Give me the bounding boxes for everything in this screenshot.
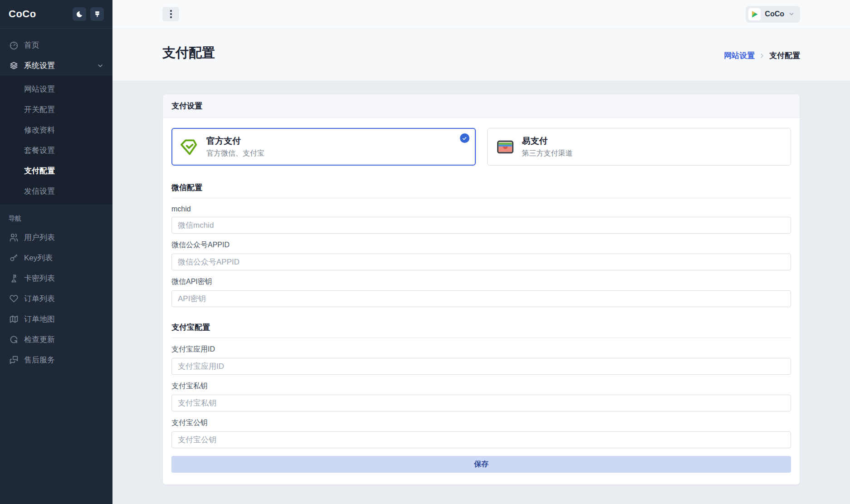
sidebar-item-label: 系统设置 xyxy=(24,60,91,71)
sidebar-nav: 首页 系统设置 网站设置 开关配置 修改资料 套餐设置 支付配置 发信设置 导航… xyxy=(0,29,112,504)
sidebar-subitem-edit-profile[interactable]: 修改资料 xyxy=(0,120,112,140)
sidebar-item-label: 订单地图 xyxy=(24,314,55,324)
input-alipay-appid[interactable] xyxy=(171,358,791,375)
messages-icon xyxy=(9,355,19,365)
user-name: CoCo xyxy=(765,10,784,18)
sidebar-item-order-map[interactable]: 订单地图 xyxy=(0,309,112,329)
input-alipay-public-key[interactable] xyxy=(171,431,791,448)
payment-config-form: 微信配置 mchid 微信公众号APPID 微信API密钥 支付宝配置 支付宝应… xyxy=(171,182,791,473)
page-header: 支付配置 网站设置 支付配置 xyxy=(112,29,850,81)
chevron-right-icon xyxy=(758,52,766,59)
field-label-mchid: mchid xyxy=(171,205,791,213)
sidebar-item-card-key-list[interactable]: 卡密列表 xyxy=(0,268,112,289)
layers-icon xyxy=(9,61,19,70)
payment-option-official[interactable]: 官方支付 官方微信、支付宝 xyxy=(171,128,476,166)
heart-icon xyxy=(9,294,19,303)
sidebar-item-label: 售后服务 xyxy=(24,355,55,365)
brand-logo: CoCo xyxy=(9,8,36,20)
sidebar-item-after-sales[interactable]: 售后服务 xyxy=(0,350,112,370)
chevron-down-icon xyxy=(97,62,104,69)
field-label-alipay-private-key: 支付宝私钥 xyxy=(171,382,791,391)
easy-pay-icon xyxy=(495,137,515,157)
paintbrush-icon xyxy=(93,10,101,18)
sidebar-item-order-list[interactable]: 订单列表 xyxy=(0,289,112,309)
payment-option-easypay[interactable]: 易支付 第三方支付渠道 xyxy=(487,128,791,166)
card-body: 官方支付 官方微信、支付宝 xyxy=(163,118,800,484)
top-navbar: CoCo xyxy=(112,0,850,29)
section-title-wechat: 微信配置 xyxy=(171,182,791,198)
payment-method-options: 官方支付 官方微信、支付宝 xyxy=(171,128,791,166)
selected-check-icon xyxy=(460,133,469,143)
map-icon xyxy=(9,314,19,324)
input-wechat-api-key[interactable] xyxy=(171,290,791,307)
breadcrumb-current: 支付配置 xyxy=(769,50,800,61)
official-pay-icon xyxy=(180,137,200,157)
sidebar-item-check-update[interactable]: 检查更新 xyxy=(0,329,112,350)
sidebar-item-label: 卡密列表 xyxy=(24,273,55,284)
sidebar-subitem-plan-settings[interactable]: 套餐设置 xyxy=(0,140,112,161)
chevron-down-icon xyxy=(788,11,795,17)
card-header: 支付设置 xyxy=(163,94,800,118)
user-menu-button[interactable]: CoCo xyxy=(746,6,800,23)
sidebar-subitem-site-settings[interactable]: 网站设置 xyxy=(0,79,112,99)
kebab-menu-button[interactable] xyxy=(162,7,179,21)
breadcrumb-parent-link[interactable]: 网站设置 xyxy=(724,50,755,61)
dashboard-icon xyxy=(9,40,19,50)
input-alipay-private-key[interactable] xyxy=(171,395,791,411)
sidebar-item-system-settings[interactable]: 系统设置 xyxy=(0,55,112,76)
system-settings-submenu: 网站设置 开关配置 修改资料 套餐设置 支付配置 发信设置 xyxy=(0,76,112,205)
key-icon xyxy=(9,253,19,263)
payment-settings-card: 支付设置 官方支付 官方微信、支付宝 xyxy=(162,94,800,485)
sidebar-item-key-list[interactable]: Key列表 xyxy=(0,248,112,268)
moon-icon xyxy=(76,10,83,18)
sidebar-item-label: Key列表 xyxy=(24,253,53,263)
card-key-icon xyxy=(9,274,19,283)
users-icon xyxy=(9,233,19,242)
payment-option-subtitle: 官方微信、支付宝 xyxy=(206,149,264,158)
page-content: 支付设置 官方支付 官方微信、支付宝 xyxy=(112,81,850,504)
section-title-alipay: 支付宝配置 xyxy=(171,322,791,338)
breadcrumb: 网站设置 支付配置 xyxy=(724,50,800,62)
page-title: 支付配置 xyxy=(162,44,215,62)
sidebar-item-label: 用户列表 xyxy=(24,232,55,243)
field-label-wechat-api-key: 微信API密钥 xyxy=(171,277,791,287)
field-label-alipay-public-key: 支付宝公钥 xyxy=(171,418,791,428)
payment-option-title: 易支付 xyxy=(522,135,573,147)
sidebar-item-label: 首页 xyxy=(24,40,39,50)
theme-button[interactable] xyxy=(90,7,104,21)
sidebar-item-label: 订单列表 xyxy=(24,294,55,304)
sidebar-item-home[interactable]: 首页 xyxy=(0,35,112,55)
input-mchid[interactable] xyxy=(171,217,791,234)
sidebar-section-label: 导航 xyxy=(0,205,112,227)
field-label-alipay-appid: 支付宝应用ID xyxy=(171,345,791,354)
payment-option-subtitle: 第三方支付渠道 xyxy=(522,149,573,158)
sidebar-item-user-list[interactable]: 用户列表 xyxy=(0,227,112,248)
refresh-icon xyxy=(9,335,19,344)
field-label-wechat-appid: 微信公众号APPID xyxy=(171,240,791,250)
sidebar-item-label: 检查更新 xyxy=(24,334,55,345)
dark-mode-button[interactable] xyxy=(73,7,86,21)
sidebar-subitem-switch-config[interactable]: 开关配置 xyxy=(0,99,112,120)
save-button[interactable]: 保存 xyxy=(171,456,791,473)
sidebar-subitem-payment-config[interactable]: 支付配置 xyxy=(0,161,112,181)
sidebar-brand-bar: CoCo xyxy=(0,0,112,29)
sidebar-subitem-mail-settings[interactable]: 发信设置 xyxy=(0,181,112,201)
avatar xyxy=(748,8,761,20)
input-wechat-appid[interactable] xyxy=(171,254,791,270)
sidebar: CoCo 首页 系统设置 xyxy=(0,0,112,504)
main-area: CoCo 支付配置 网站设置 支付配置 支付设置 xyxy=(112,0,850,504)
payment-option-title: 官方支付 xyxy=(206,135,264,147)
